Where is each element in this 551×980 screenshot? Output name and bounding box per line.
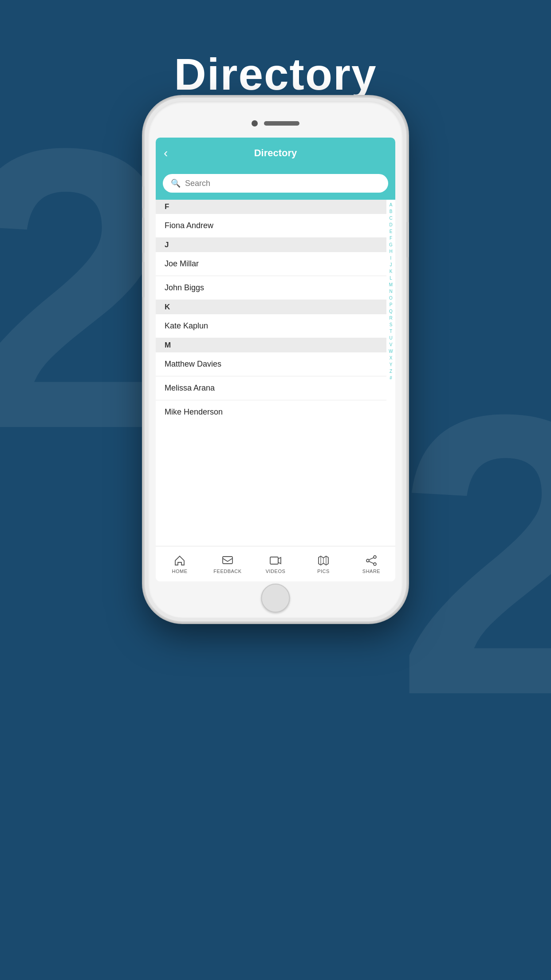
feedback-icon xyxy=(221,554,234,567)
videos-icon xyxy=(269,554,282,567)
alpha-o[interactable]: O xyxy=(389,295,393,301)
section-header-f: F xyxy=(156,200,386,214)
search-bar: 🔍 xyxy=(163,174,388,193)
tab-home-label: HOME xyxy=(172,569,188,574)
earpiece-speaker xyxy=(264,121,299,126)
tab-videos[interactable]: VIDEOS xyxy=(252,554,299,574)
alpha-s[interactable]: S xyxy=(390,321,393,328)
alpha-hash[interactable]: # xyxy=(390,375,392,381)
alpha-a[interactable]: A xyxy=(390,202,393,208)
contact-kate-kaplun[interactable]: Kate Kaplun xyxy=(156,314,386,338)
home-icon xyxy=(173,554,186,567)
alpha-k[interactable]: K xyxy=(390,268,393,275)
alpha-h[interactable]: H xyxy=(389,248,392,255)
alpha-f[interactable]: F xyxy=(390,235,392,241)
tab-videos-label: VIDEOS xyxy=(266,569,286,574)
alpha-i[interactable]: I xyxy=(390,255,392,261)
alpha-t[interactable]: T xyxy=(390,328,392,335)
page-title: Directory xyxy=(0,49,551,100)
svg-point-4 xyxy=(366,559,369,562)
volume-up-button xyxy=(142,217,145,253)
tab-share-label: SHARE xyxy=(362,569,380,574)
volume-down-button xyxy=(142,262,145,297)
alpha-b[interactable]: B xyxy=(390,208,393,215)
alpha-x[interactable]: X xyxy=(390,355,393,361)
back-button[interactable]: ‹ xyxy=(164,146,168,160)
header-title: Directory xyxy=(254,147,297,159)
search-input[interactable] xyxy=(185,179,380,188)
alpha-v[interactable]: V xyxy=(390,341,393,348)
search-icon: 🔍 xyxy=(171,178,181,188)
alpha-p[interactable]: P xyxy=(390,301,393,308)
alpha-q[interactable]: Q xyxy=(389,308,393,315)
svg-rect-0 xyxy=(223,557,232,564)
alpha-z[interactable]: Z xyxy=(390,368,392,375)
phone-screen: ‹ Directory 🔍 F Fiona Andrew J Joe M xyxy=(156,138,395,581)
power-button xyxy=(406,222,409,257)
tab-home[interactable]: HOME xyxy=(156,554,204,574)
alpha-l[interactable]: L xyxy=(390,275,392,281)
alpha-c[interactable]: C xyxy=(389,215,392,221)
svg-line-6 xyxy=(369,561,374,564)
list-content: F Fiona Andrew J Joe Millar John Biggs K… xyxy=(156,200,395,546)
mute-button xyxy=(142,186,145,209)
front-camera xyxy=(252,120,258,126)
tab-share[interactable]: SHARE xyxy=(347,554,395,574)
contact-matthew-davies[interactable]: Matthew Davies xyxy=(156,352,386,376)
alpha-y[interactable]: Y xyxy=(390,361,393,368)
svg-point-3 xyxy=(374,563,376,565)
alpha-r[interactable]: R xyxy=(389,315,392,321)
section-header-j: J xyxy=(156,238,386,252)
home-button[interactable] xyxy=(261,584,290,612)
phone-shell: ‹ Directory 🔍 F Fiona Andrew J Joe M xyxy=(145,98,406,621)
phone-wrapper: ‹ Directory 🔍 F Fiona Andrew J Joe M xyxy=(145,98,406,621)
phone-top-bar xyxy=(145,111,406,135)
section-header-k: K xyxy=(156,300,386,314)
alpha-d[interactable]: D xyxy=(389,221,392,228)
share-icon xyxy=(365,554,378,567)
alpha-e[interactable]: E xyxy=(390,228,393,235)
contact-joe-millar[interactable]: Joe Millar xyxy=(156,252,386,276)
bg-number-right: 2 xyxy=(395,355,551,755)
alpha-w[interactable]: W xyxy=(389,348,393,355)
contact-melissa-arana[interactable]: Melissa Arana xyxy=(156,376,386,400)
tab-bar: HOME FEEDBACK VIDEOS xyxy=(156,546,395,581)
contact-mike-henderson[interactable]: Mike Henderson xyxy=(156,400,386,424)
pics-icon xyxy=(317,554,330,567)
app-header: ‹ Directory xyxy=(156,138,395,169)
alpha-m[interactable]: M xyxy=(389,281,393,288)
svg-point-2 xyxy=(374,556,376,558)
contact-fiona-andrew[interactable]: Fiona Andrew xyxy=(156,214,386,238)
tab-pics[interactable]: PICS xyxy=(299,554,347,574)
tab-feedback[interactable]: FEEDBACK xyxy=(204,554,252,574)
alpha-n[interactable]: N xyxy=(389,288,392,295)
contact-list: F Fiona Andrew J Joe Millar John Biggs K… xyxy=(156,200,386,546)
svg-line-5 xyxy=(369,557,374,560)
search-area: 🔍 xyxy=(156,169,395,200)
contact-john-biggs[interactable]: John Biggs xyxy=(156,276,386,300)
alpha-u[interactable]: U xyxy=(389,335,392,341)
svg-rect-1 xyxy=(270,557,278,564)
tab-feedback-label: FEEDBACK xyxy=(213,569,241,574)
alphabet-index: A B C D E F G H I J K L M N O P Q xyxy=(386,200,395,546)
tab-pics-label: PICS xyxy=(317,569,330,574)
alpha-g[interactable]: G xyxy=(389,241,393,248)
section-header-m: M xyxy=(156,338,386,352)
alpha-j[interactable]: J xyxy=(390,261,392,268)
